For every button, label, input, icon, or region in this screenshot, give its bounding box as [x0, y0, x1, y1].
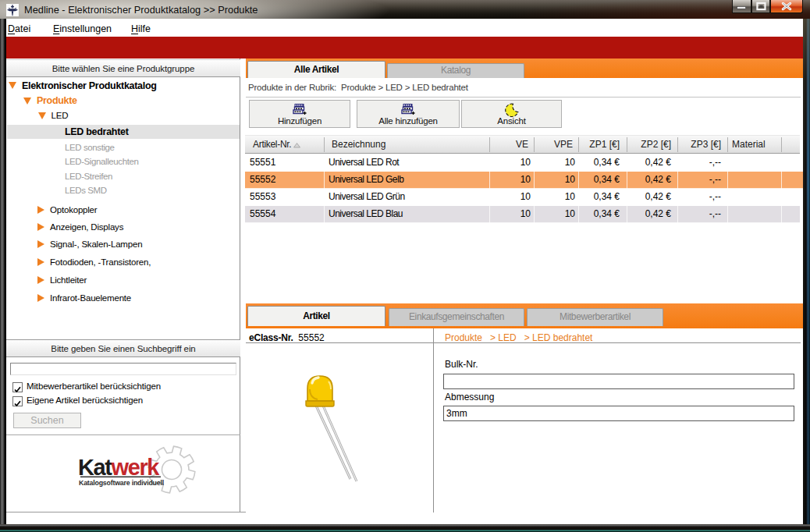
- svg-text:Katwerk: Katwerk: [78, 455, 160, 480]
- svg-text:Katalogsoftware individuell: Katalogsoftware individuell: [79, 479, 164, 487]
